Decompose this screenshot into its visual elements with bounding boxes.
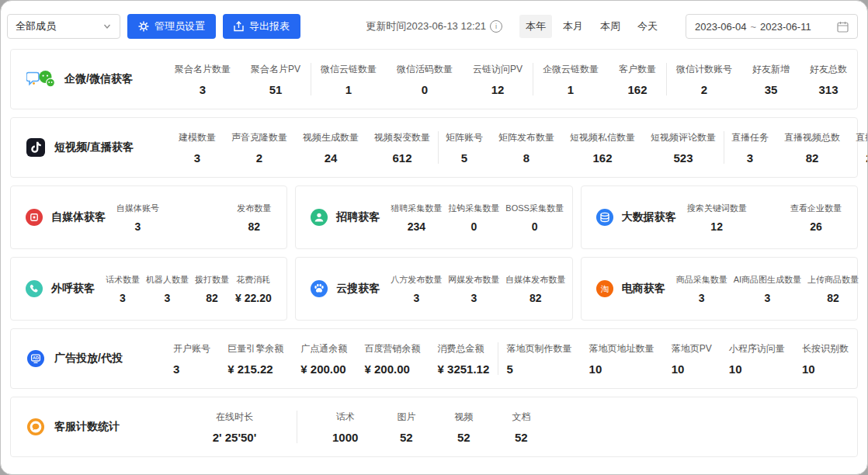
toolbar: 全部成员 管理员设置 导出报表 更新时间2023-06-13 12:21 i 本… bbox=[7, 14, 858, 39]
service-icon bbox=[26, 418, 45, 436]
stat-value: 52 bbox=[454, 431, 473, 444]
period-tab-0[interactable]: 本年 bbox=[519, 15, 552, 38]
stat-label: 短视频评论数量 bbox=[651, 131, 716, 144]
stat: 搜索关键词数量12 bbox=[684, 203, 750, 233]
member-filter-select[interactable]: 全部成员 bbox=[7, 14, 120, 39]
stat-label: 机器人数量 bbox=[146, 274, 189, 286]
stat-value: 242s bbox=[856, 151, 868, 165]
stat-value: 523 bbox=[651, 151, 716, 165]
stat-value: ¥ 200.00 bbox=[364, 362, 420, 376]
stat: 话术1000 bbox=[325, 411, 366, 444]
card-body: 开户账号3巨量引擎余额¥ 215.22广点通余额¥ 200.00百度营销余额¥ … bbox=[165, 329, 857, 388]
card-yunsou: 云搜获客八方发布数量3网媒发布数量3自媒体发布数量82 bbox=[295, 257, 572, 321]
stat-value: 313 bbox=[810, 83, 847, 96]
admin-settings-label: 管理员设置 bbox=[155, 19, 205, 33]
period-tab-2[interactable]: 本周 bbox=[594, 15, 627, 38]
card-douyin: 短视频/直播获客建模数量3声音克隆数量2视频生成数量24视频裂变数量612矩阵账… bbox=[10, 117, 858, 178]
svg-text:AD: AD bbox=[33, 355, 39, 360]
update-time: 更新时间2023-06-13 12:21 i bbox=[366, 19, 502, 33]
stat-group: 微信云链数量1微信活码数量0云链访问PV12 bbox=[311, 50, 533, 109]
calendar-icon[interactable] bbox=[837, 21, 849, 33]
card-row: 客服计数统计在线时长2' 25'50'话术1000图片52视频52文档52 bbox=[10, 397, 858, 457]
stat-value: 3 bbox=[146, 292, 189, 304]
stat-label: 直播视频总数 bbox=[784, 131, 840, 144]
stat: AI商品图生成数量3 bbox=[731, 274, 804, 304]
dashboard-page: 全部成员 管理员设置 导出报表 更新时间2023-06-13 12:21 i 本… bbox=[0, 0, 868, 475]
stat-value: 1 bbox=[543, 83, 599, 96]
stat-value: 3 bbox=[676, 292, 727, 304]
stat-value: 24 bbox=[303, 151, 359, 165]
card-head: 企微/微信获客 bbox=[11, 69, 165, 89]
stat-label: 落地页地址数量 bbox=[589, 342, 654, 355]
stat: 网媒发布数量3 bbox=[445, 274, 502, 304]
stat-value: 3 bbox=[173, 362, 210, 376]
stat-group: 在线时长2' 25'50' bbox=[172, 397, 297, 456]
stat: 自媒体账号3 bbox=[113, 203, 162, 233]
card-row: 外呼获客话术数量3机器人数量3拨打数量82花费消耗¥ 22.20云搜获客八方发布… bbox=[10, 257, 858, 321]
stat-label: 花费消耗 bbox=[235, 274, 272, 286]
export-report-button[interactable]: 导出报表 bbox=[223, 14, 300, 39]
stat: 云链访问PV12 bbox=[465, 63, 530, 96]
stat: 聚合名片数量3 bbox=[167, 63, 238, 96]
stat-group: 自媒体账号3发布数量82 bbox=[106, 186, 286, 248]
stat-group: 聚合名片数量3聚合名片PV51 bbox=[165, 50, 311, 109]
stat-label: 声音克隆数量 bbox=[231, 131, 287, 144]
stat-value: 82 bbox=[195, 292, 229, 304]
admin-settings-button[interactable]: 管理员设置 bbox=[127, 14, 216, 39]
info-icon[interactable]: i bbox=[490, 20, 502, 33]
stat: 视频52 bbox=[446, 411, 481, 444]
stat-group: 猎聘采集数量234拉钩采集数量0BOSS采集数量0 bbox=[380, 186, 579, 248]
stat-label: 直播总时长 bbox=[856, 131, 868, 144]
stat: 商品采集数量3 bbox=[673, 274, 731, 304]
stat-label: 发布数量 bbox=[237, 203, 271, 214]
stat-label: 微信计数账号 bbox=[676, 63, 732, 76]
card-body: 聚合名片数量3聚合名片PV51微信云链数量1微信活码数量0云链访问PV12企微云… bbox=[165, 50, 857, 109]
stat: 巨量引擎余额¥ 215.22 bbox=[220, 342, 291, 376]
stat-label: 小程序访问量 bbox=[729, 342, 785, 355]
stat-label: 商品采集数量 bbox=[676, 274, 727, 286]
stat: 话术数量3 bbox=[102, 274, 143, 304]
card-qiwei: 企微/微信获客聚合名片数量3聚合名片PV51微信云链数量1微信活码数量0云链访问… bbox=[10, 49, 858, 109]
card-head: 自媒体获客 bbox=[11, 208, 106, 227]
stat-value: 1 bbox=[321, 83, 377, 96]
card-waihu: 外呼获客话术数量3机器人数量3拨打数量82花费消耗¥ 22.20 bbox=[10, 257, 287, 321]
stat: 微信云链数量1 bbox=[313, 63, 384, 96]
ecommerce-icon: 淘 bbox=[595, 279, 614, 298]
card-head: 淘电商获客 bbox=[582, 279, 665, 298]
stat: 文档52 bbox=[504, 411, 538, 444]
date-range-start: 2023-06-04 bbox=[695, 21, 747, 33]
stat: 小程序访问量10 bbox=[721, 342, 793, 376]
card-head: 云搜获客 bbox=[296, 279, 380, 298]
stat-label: 网媒发布数量 bbox=[448, 274, 499, 286]
stat: 矩阵账号5 bbox=[438, 131, 491, 165]
stat-group: 矩阵账号5矩阵发布数量8短视频私信数量162短视频评论数量523 bbox=[438, 118, 724, 177]
stat-value: ¥ 215.22 bbox=[227, 362, 283, 376]
stat-value: 3 bbox=[448, 292, 499, 304]
stat: 好友新增35 bbox=[745, 63, 797, 96]
stat-label: 八方发布数量 bbox=[391, 274, 442, 286]
stat-label: 好友总数 bbox=[810, 63, 847, 76]
stat: 自媒体发布数量82 bbox=[502, 274, 568, 304]
stat: 视频生成数量24 bbox=[295, 131, 366, 165]
stat: 查看企业数量26 bbox=[787, 203, 845, 233]
date-range-picker[interactable]: 2023-06-04 ~ 2023-06-11 bbox=[686, 14, 858, 39]
card-zimeiti: 自媒体获客自媒体账号3发布数量82 bbox=[10, 185, 287, 249]
stat-label: 云链访问PV bbox=[473, 63, 523, 76]
qiwei-wechat-icon bbox=[26, 69, 55, 89]
stat: 广点通余额¥ 200.00 bbox=[293, 342, 355, 376]
stat: 落地页制作数量5 bbox=[498, 342, 579, 376]
stat-group: 话术数量3机器人数量3拨打数量82花费消耗¥ 22.20 bbox=[95, 258, 287, 320]
stat-group: 直播任务3直播视频总数82直播总时长242s视频裂变数量612 bbox=[724, 118, 868, 177]
chevron-down-icon bbox=[102, 22, 112, 31]
stat-value: 2 bbox=[231, 151, 287, 165]
stat-label: 落地页制作数量 bbox=[506, 342, 571, 355]
stat: 猎聘采集数量234 bbox=[387, 203, 445, 233]
stat-value: 162 bbox=[570, 151, 635, 165]
card-title: 云搜获客 bbox=[336, 282, 380, 296]
card-body: 自媒体账号3发布数量82 bbox=[106, 186, 286, 248]
stat-label: 广点通余额 bbox=[300, 342, 347, 355]
stat-label: 自媒体发布数量 bbox=[505, 274, 565, 286]
period-tab-1[interactable]: 本月 bbox=[557, 15, 589, 38]
stat-value: 10 bbox=[729, 362, 785, 376]
period-tab-3[interactable]: 今天 bbox=[631, 15, 664, 38]
